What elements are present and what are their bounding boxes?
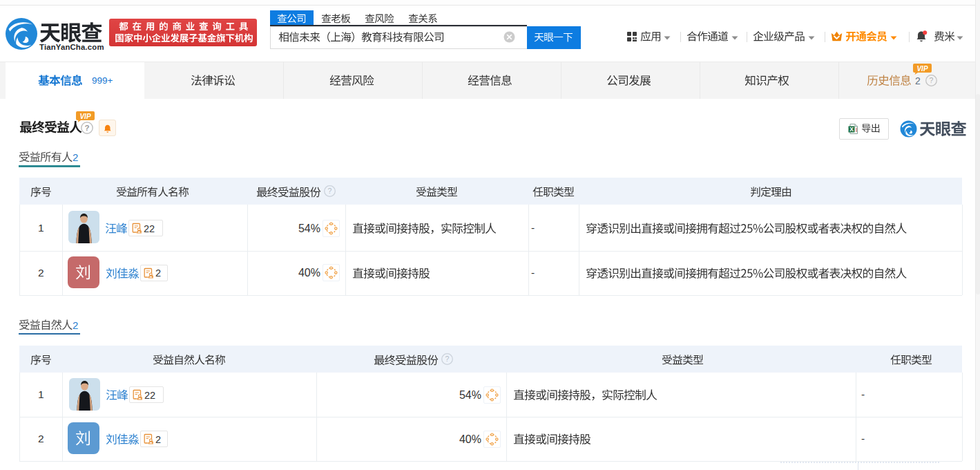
- svg-text:?: ?: [84, 124, 89, 132]
- svg-text:?: ?: [328, 187, 332, 195]
- svg-text:?: ?: [445, 355, 450, 363]
- svg-text:?: ?: [930, 76, 934, 84]
- svg-text:VIP: VIP: [79, 113, 90, 120]
- svg-text:VIP: VIP: [916, 65, 928, 73]
- svg-text:X: X: [849, 126, 854, 133]
